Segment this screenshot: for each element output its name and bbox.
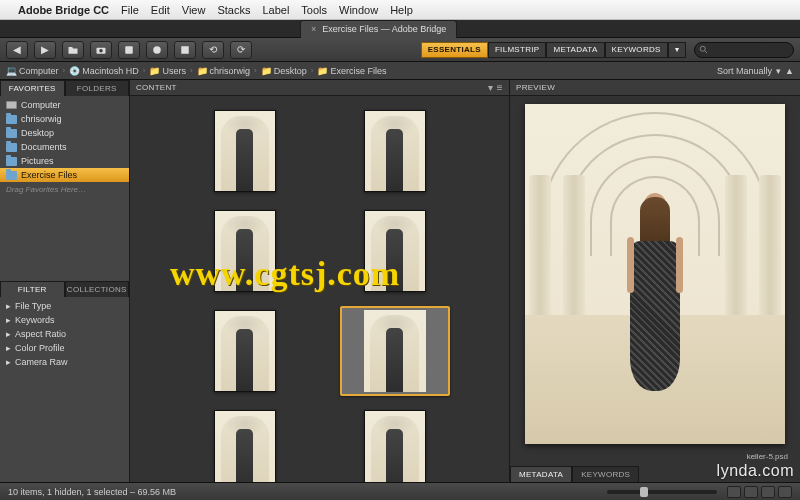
folder-icon bbox=[6, 143, 17, 152]
workspace-metadata[interactable]: METADATA bbox=[546, 42, 604, 58]
svg-point-5 bbox=[700, 46, 705, 51]
reveal-recent-button[interactable] bbox=[62, 41, 84, 59]
sort-control[interactable]: Sort Manually ▾ ▲ bbox=[717, 66, 794, 76]
refine-button[interactable] bbox=[118, 41, 140, 59]
view-grid-lock-icon[interactable] bbox=[727, 486, 741, 498]
drag-favorites-hint: Drag Favorites Here… bbox=[0, 182, 129, 197]
panel-menu-icon[interactable]: ▾ ≡ bbox=[488, 82, 503, 93]
tab-folders[interactable]: FOLDERS bbox=[65, 80, 130, 96]
document-tab-bar: × Exercise Files — Adobe Bridge bbox=[0, 20, 800, 38]
computer-icon bbox=[6, 101, 17, 109]
document-tab[interactable]: × Exercise Files — Adobe Bridge bbox=[300, 20, 457, 38]
thumbnail[interactable] bbox=[214, 410, 276, 482]
tab-metadata[interactable]: METADATA bbox=[510, 466, 572, 482]
favorite-exercise-files[interactable]: Exercise Files bbox=[0, 168, 129, 182]
thumbnail[interactable] bbox=[214, 310, 276, 392]
workspace-more[interactable]: ▾ bbox=[668, 42, 686, 58]
mac-menubar: Adobe Bridge CC File Edit View Stacks La… bbox=[0, 0, 800, 20]
open-camera-raw-button[interactable] bbox=[146, 41, 168, 59]
menu-label[interactable]: Label bbox=[262, 4, 289, 16]
content-panel-title: CONTENT bbox=[136, 83, 177, 92]
sort-label: Sort Manually bbox=[717, 66, 772, 76]
thumbnail[interactable] bbox=[214, 210, 276, 292]
app-name: Adobe Bridge CC bbox=[18, 4, 109, 16]
thumbnail[interactable] bbox=[364, 410, 426, 482]
tab-collections[interactable]: COLLECTIONS bbox=[65, 281, 130, 297]
menu-stacks[interactable]: Stacks bbox=[217, 4, 250, 16]
favorite-documents[interactable]: Documents bbox=[0, 140, 129, 154]
thumbnail[interactable] bbox=[214, 110, 276, 192]
thumbnail-size-slider[interactable] bbox=[607, 490, 717, 494]
menu-view[interactable]: View bbox=[182, 4, 206, 16]
favorite-computer[interactable]: Computer bbox=[0, 98, 129, 112]
output-button[interactable] bbox=[174, 41, 196, 59]
main: FAVORITES FOLDERS Computer chrisorwig De… bbox=[0, 80, 800, 482]
thumbnail-selected[interactable] bbox=[340, 306, 450, 396]
view-list-icon[interactable] bbox=[778, 486, 792, 498]
crumb-computer[interactable]: 💻 Computer bbox=[6, 66, 59, 76]
menu-window[interactable]: Window bbox=[339, 4, 378, 16]
filter-file-type[interactable]: ▸ File Type bbox=[0, 299, 129, 313]
crumb-users[interactable]: 📁 Users bbox=[149, 66, 186, 76]
sort-direction-toggle[interactable]: ▲ bbox=[785, 66, 794, 76]
workspace-essentials[interactable]: ESSENTIALS bbox=[421, 42, 488, 58]
rotate-ccw-button[interactable]: ⟲ bbox=[202, 41, 224, 59]
favorites-list: Computer chrisorwig Desktop Documents Pi… bbox=[0, 96, 129, 281]
favorite-desktop[interactable]: Desktop bbox=[0, 126, 129, 140]
figure-subject bbox=[627, 193, 683, 403]
crumb-desktop[interactable]: 📁 Desktop bbox=[261, 66, 307, 76]
svg-line-6 bbox=[705, 50, 708, 53]
svg-rect-4 bbox=[181, 46, 189, 54]
preview-image[interactable] bbox=[525, 104, 785, 444]
workspace-keywords[interactable]: KEYWORDS bbox=[605, 42, 668, 58]
search-input[interactable] bbox=[694, 42, 794, 58]
search-icon bbox=[699, 45, 709, 55]
corner-watermark: lynda.com bbox=[717, 462, 794, 480]
camera-import-button[interactable] bbox=[90, 41, 112, 59]
status-text: 10 items, 1 hidden, 1 selected – 69.56 M… bbox=[8, 487, 176, 497]
svg-point-1 bbox=[99, 49, 102, 52]
filter-color-profile[interactable]: ▸ Color Profile bbox=[0, 341, 129, 355]
tab-keywords-lower[interactable]: KEYWORDS bbox=[572, 466, 639, 482]
menu-tools[interactable]: Tools bbox=[301, 4, 327, 16]
chevron-down-icon: ▾ bbox=[776, 66, 781, 76]
thumbnail[interactable] bbox=[364, 110, 426, 192]
menu-edit[interactable]: Edit bbox=[151, 4, 170, 16]
workspace-filmstrip[interactable]: FILMSTRIP bbox=[488, 42, 546, 58]
thumbnail[interactable] bbox=[364, 210, 426, 292]
svg-rect-2 bbox=[125, 46, 133, 54]
status-bar: 10 items, 1 hidden, 1 selected – 69.56 M… bbox=[0, 482, 800, 500]
folder-icon bbox=[6, 115, 17, 124]
rotate-cw-button[interactable]: ⟳ bbox=[230, 41, 252, 59]
crumb-disk[interactable]: 💿 Macintosh HD bbox=[69, 66, 139, 76]
menu-file[interactable]: File bbox=[121, 4, 139, 16]
svg-point-3 bbox=[153, 46, 161, 54]
folder-icon bbox=[6, 129, 17, 138]
document-tab-title: Exercise Files — Adobe Bridge bbox=[322, 24, 446, 34]
close-icon[interactable]: × bbox=[311, 24, 316, 34]
crumb-folder[interactable]: 📁 Exercise Files bbox=[317, 66, 386, 76]
preview-panel-title: PREVIEW bbox=[516, 83, 555, 92]
breadcrumb-bar: 💻 Computer› 💿 Macintosh HD› 📁 Users› 📁 c… bbox=[0, 62, 800, 80]
tab-filter[interactable]: FILTER bbox=[0, 281, 65, 297]
favorite-pictures[interactable]: Pictures bbox=[0, 154, 129, 168]
breadcrumb: 💻 Computer› 💿 Macintosh HD› 📁 Users› 📁 c… bbox=[6, 66, 386, 76]
filter-list: ▸ File Type ▸ Keywords ▸ Aspect Ratio ▸ … bbox=[0, 297, 129, 482]
nav-back-button[interactable]: ◀ bbox=[6, 41, 28, 59]
view-details-icon[interactable] bbox=[761, 486, 775, 498]
toolbar: ◀ ▶ ⟲ ⟳ ESSENTIALS FILMSTRIP METADATA KE… bbox=[0, 38, 800, 62]
filter-keywords[interactable]: ▸ Keywords bbox=[0, 313, 129, 327]
filter-aspect-ratio[interactable]: ▸ Aspect Ratio bbox=[0, 327, 129, 341]
sidebar: FAVORITES FOLDERS Computer chrisorwig De… bbox=[0, 80, 130, 482]
favorite-user[interactable]: chrisorwig bbox=[0, 112, 129, 126]
folder-icon bbox=[6, 171, 17, 180]
menu-help[interactable]: Help bbox=[390, 4, 413, 16]
thumbnail-grid bbox=[130, 96, 509, 482]
crumb-user[interactable]: 📁 chrisorwig bbox=[197, 66, 251, 76]
tab-favorites[interactable]: FAVORITES bbox=[0, 80, 65, 96]
slider-knob[interactable] bbox=[640, 487, 648, 497]
filter-camera-raw[interactable]: ▸ Camera Raw bbox=[0, 355, 129, 369]
preview-panel: PREVIEW keller-5.psd METADATA KEYWORDS bbox=[510, 80, 800, 482]
view-thumbs-icon[interactable] bbox=[744, 486, 758, 498]
nav-forward-button[interactable]: ▶ bbox=[34, 41, 56, 59]
